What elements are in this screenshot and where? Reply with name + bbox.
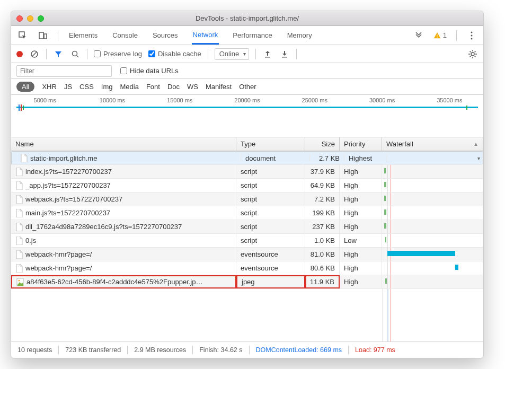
type-filter-img[interactable]: Img bbox=[101, 83, 113, 91]
request-name: webpack-hmr?page=/ bbox=[25, 264, 92, 272]
image-file-icon bbox=[16, 278, 24, 286]
timeline-label: 10000 ms bbox=[78, 97, 146, 103]
waterfall-bar bbox=[384, 223, 386, 229]
cell-name: webpack-hmr?page=/ bbox=[11, 248, 236, 261]
type-filter-ws[interactable]: WS bbox=[187, 83, 198, 91]
svg-point-15 bbox=[19, 279, 20, 281]
waterfall-bar bbox=[384, 182, 386, 187]
preserve-log-input[interactable] bbox=[94, 50, 101, 57]
table-row[interactable]: _app.js?ts=1572270700237script64.9 KBHig… bbox=[11, 179, 483, 192]
svg-point-6 bbox=[471, 38, 473, 39]
record-button[interactable] bbox=[16, 51, 23, 57]
kebab-menu-icon[interactable] bbox=[466, 30, 477, 41]
disable-cache-label: Disable cache bbox=[158, 50, 201, 58]
upload-icon[interactable] bbox=[262, 49, 273, 59]
request-name: webpack.js?ts=1572270700237 bbox=[25, 195, 122, 203]
cell-waterfall bbox=[382, 261, 483, 275]
header-waterfall[interactable]: Waterfall▲ bbox=[382, 137, 483, 151]
close-window-button[interactable] bbox=[16, 15, 23, 22]
timeline-label: 25000 ms bbox=[281, 97, 348, 103]
timeline-overview[interactable]: 5000 ms10000 ms15000 ms20000 ms25000 ms3… bbox=[11, 95, 483, 137]
header-name[interactable]: Name bbox=[11, 137, 236, 151]
download-icon[interactable] bbox=[279, 49, 290, 59]
minimize-window-button[interactable] bbox=[27, 15, 33, 22]
timeline-label: 20000 ms bbox=[214, 97, 281, 103]
type-filter-manifest[interactable]: Manifest bbox=[206, 83, 232, 91]
svg-rect-1 bbox=[39, 32, 43, 39]
cell-type: eventsource bbox=[236, 261, 305, 275]
tab-console[interactable]: Console bbox=[111, 26, 139, 45]
type-filter-xhr[interactable]: XHR bbox=[42, 83, 56, 91]
more-tabs-icon[interactable] bbox=[413, 30, 424, 41]
cell-priority: High bbox=[340, 275, 382, 288]
header-waterfall-label: Waterfall bbox=[386, 140, 413, 148]
table-row[interactable]: dll_1762a4d98a7289ec16c9.js?ts=157227070… bbox=[11, 220, 483, 234]
cell-name: webpack-hmr?page=/ bbox=[11, 261, 236, 275]
table-row[interactable]: 0.jsscript1.0 KBLow bbox=[11, 234, 483, 248]
hide-data-urls-label: Hide data URLs bbox=[130, 67, 179, 75]
waterfall-bar bbox=[384, 209, 386, 215]
throttling-select[interactable]: Online bbox=[215, 48, 250, 60]
divider bbox=[296, 49, 297, 59]
header-size[interactable]: Size bbox=[305, 137, 340, 151]
table-row[interactable]: a84f63e5-62cd-456b-89f4-c2adddc4e575%2Fp… bbox=[11, 275, 483, 289]
cell-name: 0.js bbox=[11, 234, 236, 247]
table-row[interactable]: webpack-hmr?page=/eventsource80.6 KBHigh bbox=[11, 261, 483, 275]
filter-input[interactable] bbox=[16, 65, 112, 77]
divider bbox=[348, 346, 349, 354]
request-name: 0.js bbox=[25, 237, 36, 244]
type-filter-other[interactable]: Other bbox=[239, 83, 256, 91]
cell-name: static-import.glitch.me bbox=[16, 154, 241, 162]
table-row[interactable]: webpack.js?ts=1572270700237script7.2 KBH… bbox=[11, 192, 483, 206]
type-filter-css[interactable]: CSS bbox=[79, 83, 94, 91]
timeline-marker bbox=[21, 104, 22, 111]
tab-elements[interactable]: Elements bbox=[68, 26, 99, 45]
tab-memory[interactable]: Memory bbox=[286, 26, 313, 45]
clear-icon[interactable] bbox=[29, 49, 40, 59]
inspect-element-icon[interactable] bbox=[17, 30, 28, 41]
tab-sources[interactable]: Sources bbox=[152, 26, 179, 45]
warning-count-label: 1 bbox=[443, 31, 447, 39]
divider bbox=[249, 346, 250, 354]
settings-gear-icon[interactable] bbox=[467, 49, 478, 59]
header-priority[interactable]: Priority bbox=[340, 137, 382, 151]
warnings-count[interactable]: ! 1 bbox=[433, 31, 447, 39]
table-row[interactable]: static-import.glitch.medocument2.7 KBHig… bbox=[11, 151, 483, 165]
cell-waterfall bbox=[382, 179, 483, 192]
type-filter-all[interactable]: All bbox=[16, 82, 34, 92]
divider bbox=[255, 49, 256, 59]
hide-data-urls-checkbox[interactable]: Hide data URLs bbox=[120, 67, 179, 75]
table-headers: Name Type Size Priority Waterfall▲ bbox=[11, 137, 483, 151]
type-filter-js[interactable]: JS bbox=[64, 83, 72, 91]
search-icon[interactable] bbox=[70, 49, 81, 59]
table-row[interactable]: webpack-hmr?page=/eventsource81.0 KBHigh bbox=[11, 248, 483, 261]
header-type[interactable]: Type bbox=[236, 137, 305, 151]
document-file-icon bbox=[15, 181, 23, 190]
network-toolbar: Preserve log Disable cache Online bbox=[11, 45, 483, 63]
device-toolbar-icon[interactable] bbox=[38, 30, 48, 41]
cell-waterfall bbox=[382, 234, 483, 247]
table-row[interactable]: main.js?ts=1572270700237script199 KBHigh bbox=[11, 206, 483, 220]
tab-performance[interactable]: Performance bbox=[232, 26, 273, 45]
hide-data-urls-input[interactable] bbox=[120, 67, 127, 74]
panel-tabs: ElementsConsoleSourcesNetworkPerformance… bbox=[11, 26, 483, 45]
cell-name: webpack.js?ts=1572270700237 bbox=[11, 192, 236, 206]
request-name: main.js?ts=1572270700237 bbox=[25, 209, 110, 217]
cell-name: dll_1762a4d98a7289ec16c9.js?ts=157227070… bbox=[11, 220, 236, 233]
cell-size: 2.7 KB bbox=[310, 154, 344, 162]
tab-network[interactable]: Network bbox=[192, 26, 219, 45]
cell-name: a84f63e5-62cd-456b-89f4-c2adddc4e575%2Fp… bbox=[11, 275, 236, 288]
type-filter-font[interactable]: Font bbox=[146, 83, 160, 91]
preserve-log-checkbox[interactable]: Preserve log bbox=[94, 50, 142, 58]
filter-icon[interactable] bbox=[53, 49, 64, 59]
status-finish: Finish: 34.62 s bbox=[199, 346, 242, 354]
type-filter-doc[interactable]: Doc bbox=[167, 83, 180, 91]
maximize-window-button[interactable] bbox=[38, 15, 44, 22]
disable-cache-checkbox[interactable]: Disable cache bbox=[148, 50, 201, 58]
cell-priority: Low bbox=[340, 234, 382, 247]
window-title: DevTools - static-import.glitch.me/ bbox=[11, 14, 483, 22]
warning-icon: ! bbox=[433, 32, 441, 39]
table-row[interactable]: index.js?ts=1572270700237script37.9 KBHi… bbox=[11, 165, 483, 179]
disable-cache-input[interactable] bbox=[148, 50, 155, 57]
type-filter-media[interactable]: Media bbox=[120, 83, 138, 91]
